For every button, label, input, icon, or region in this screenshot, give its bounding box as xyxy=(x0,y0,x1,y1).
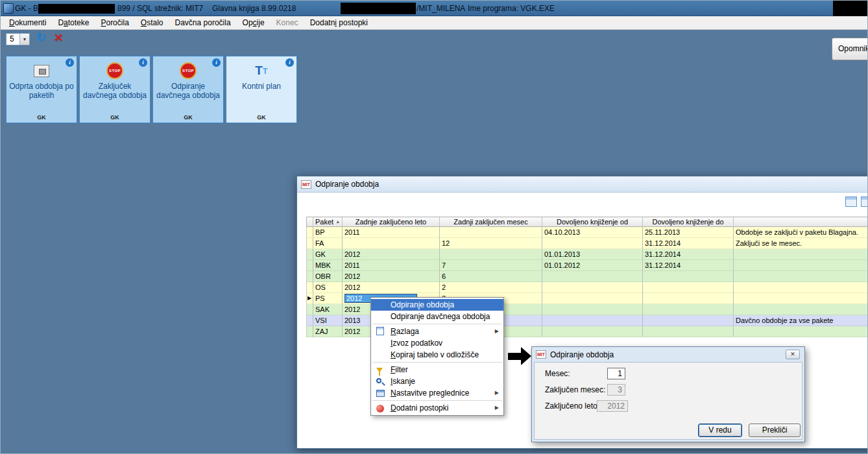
cell[interactable]: OBR xyxy=(313,271,343,282)
cell[interactable] xyxy=(542,326,643,337)
cell[interactable]: 2 xyxy=(440,282,542,293)
cell[interactable]: BP xyxy=(313,227,343,238)
context-item-iskanje[interactable]: Iskanje xyxy=(371,376,503,387)
table-row-mbk[interactable]: MBK 2011 7 01.01.2012 31.12.2014 xyxy=(306,260,868,271)
cell[interactable]: 31.12.2014 xyxy=(643,249,734,260)
col-zadnje-leto[interactable]: Zadnje zaključeno leto xyxy=(343,217,440,226)
cell[interactable] xyxy=(643,304,734,315)
cell[interactable]: SAK xyxy=(313,304,343,315)
cell[interactable] xyxy=(643,271,734,282)
table-row-obr[interactable]: OBR 2012 6 xyxy=(306,271,868,282)
delete-icon[interactable]: ✕ xyxy=(54,31,63,45)
cell[interactable] xyxy=(734,282,868,293)
cell[interactable]: 2011 xyxy=(343,260,440,271)
cell[interactable]: Zaključi se le mesec. xyxy=(734,238,868,249)
context-item-odpiranje-davcnega-obdobja[interactable]: Odpiranje davčnega obdobja xyxy=(371,311,503,322)
cell[interactable]: 2011 xyxy=(343,227,440,238)
cell[interactable] xyxy=(734,304,868,315)
context-item-izvoz-podatkov[interactable]: Izvoz podatkov xyxy=(371,337,503,349)
context-item-kopiraj-tabelo[interactable]: Kopiraj tabelo v odložišče xyxy=(371,349,503,361)
cell[interactable]: 31.12.2014 xyxy=(643,260,734,271)
grid-window-titlebar[interactable]: MIT Odpiranje obdobja xyxy=(297,176,868,193)
table-row-gk[interactable]: GK 2012 01.01.2013 31.12.2014 xyxy=(306,249,868,260)
menu-porocila[interactable]: Poročila xyxy=(95,17,134,29)
tile-zakljucek-davcnega-obdobja[interactable]: i STOP Zaključek davčnega obdobja GK xyxy=(79,56,151,123)
export-table-icon[interactable] xyxy=(845,197,857,207)
info-icon[interactable]: i xyxy=(66,58,74,67)
cell[interactable] xyxy=(643,293,734,304)
mesec-input[interactable]: 1 xyxy=(607,368,625,379)
cell[interactable] xyxy=(343,238,440,249)
col-paket[interactable]: Paket ▲ xyxy=(313,217,343,226)
cell[interactable] xyxy=(734,249,868,260)
print-table-icon[interactable] xyxy=(861,197,868,207)
cell[interactable]: 01.01.2013 xyxy=(542,249,643,260)
cell[interactable]: 12 xyxy=(440,238,542,249)
table-row-fa[interactable]: FA 12 31.12.2014 Zaključi se le mesec. xyxy=(306,238,868,249)
record-count-combo[interactable]: 5 ▼ xyxy=(6,33,30,45)
cell[interactable] xyxy=(643,326,734,337)
cell[interactable] xyxy=(734,293,868,304)
cell[interactable]: 25.11.2013 xyxy=(643,227,734,238)
cell[interactable] xyxy=(542,304,643,315)
cell[interactable] xyxy=(440,227,542,238)
col-zadnji-mesec[interactable]: Zadnji zaključen mesec xyxy=(440,217,542,226)
cell[interactable] xyxy=(734,326,868,337)
cell[interactable]: FA xyxy=(313,238,343,249)
cell[interactable]: 31.12.2014 xyxy=(643,238,734,249)
cell[interactable] xyxy=(734,271,868,282)
table-row-bp[interactable]: BP 2011 04.10.2013 25.11.2013 Obdobje se… xyxy=(306,227,868,238)
cell[interactable] xyxy=(643,315,734,326)
cell[interactable] xyxy=(734,260,868,271)
close-icon[interactable]: ✕ xyxy=(786,350,800,359)
cell[interactable]: Obdobje se zaključi v paketu Blagajna. xyxy=(734,227,868,238)
ok-button[interactable]: V redu xyxy=(698,424,742,437)
tile-kontni-plan[interactable]: i T T Kontni plan GK xyxy=(226,56,297,123)
context-item-filter[interactable]: Filter xyxy=(371,364,503,376)
tile-odprta-obdobja[interactable]: i Odprta obdobja po paketih GK xyxy=(6,56,77,123)
cell[interactable]: 2012 xyxy=(343,249,440,260)
menu-dodatni-postopki[interactable]: Dodatni postopki xyxy=(304,17,374,29)
col-opomba[interactable] xyxy=(734,217,868,226)
cell[interactable] xyxy=(542,293,643,304)
cell[interactable]: 7 xyxy=(440,260,542,271)
cell[interactable]: 2012 xyxy=(343,282,440,293)
context-item-dodatni-postopki[interactable]: Dodatni postopki ▶ xyxy=(371,402,503,414)
cell[interactable]: Davčno obdobje za vse pakete xyxy=(734,315,868,326)
menu-opcije[interactable]: Opcije xyxy=(237,17,271,29)
context-item-razlaga[interactable]: Razlaga ▶ xyxy=(371,326,503,337)
cancel-button[interactable]: Prekliči xyxy=(749,424,801,437)
context-item-odpiranje-obdobja[interactable]: Odpiranje obdobja xyxy=(371,299,503,311)
cell[interactable] xyxy=(542,282,643,293)
dialog-titlebar[interactable]: MIT Odpiranje obdobja xyxy=(532,347,804,362)
col-knjizenje-od[interactable]: Dovoljeno knjiženje od xyxy=(542,217,643,226)
menu-davcna-porocila[interactable]: Davčna poročila xyxy=(169,17,237,29)
menu-datoteke[interactable]: Datoteke xyxy=(52,17,95,29)
menu-dokumenti[interactable]: Dokumenti xyxy=(3,17,52,29)
cell[interactable]: 6 xyxy=(440,271,542,282)
cell[interactable] xyxy=(542,238,643,249)
chevron-down-icon[interactable]: ▼ xyxy=(19,34,29,45)
table-row-os[interactable]: OS 2012 2 xyxy=(306,282,868,293)
cell[interactable]: OS xyxy=(313,282,343,293)
info-icon[interactable]: i xyxy=(212,58,221,67)
cell[interactable]: 2012 xyxy=(343,271,440,282)
cell[interactable]: PS xyxy=(313,293,343,304)
info-icon[interactable]: i xyxy=(285,58,294,67)
cell[interactable]: MBK xyxy=(313,260,343,271)
context-item-nastavitve-preglednice[interactable]: Nastavitve preglednice ▶ xyxy=(371,387,503,399)
cell[interactable] xyxy=(440,249,542,260)
cell[interactable]: 04.10.2013 xyxy=(542,227,643,238)
menu-ostalo[interactable]: Ostalo xyxy=(135,17,169,29)
cell[interactable]: 01.01.2012 xyxy=(542,260,643,271)
cell[interactable] xyxy=(542,271,643,282)
opomnik-button[interactable]: Opomnik xyxy=(832,38,868,60)
cell[interactable]: VSI xyxy=(313,315,343,326)
cell[interactable]: GK xyxy=(313,249,343,260)
tile-odpiranje-davcnega-obdobja[interactable]: i STOP Odpiranje davčnega obdobja GK xyxy=(152,56,224,123)
refresh-icon[interactable]: ↻ xyxy=(36,30,46,45)
col-knjizenje-do[interactable]: Dovoljeno knjiženje do xyxy=(643,217,734,226)
info-icon[interactable]: i xyxy=(139,58,147,67)
cell[interactable] xyxy=(542,315,643,326)
cell[interactable]: ZAJ xyxy=(313,326,343,337)
